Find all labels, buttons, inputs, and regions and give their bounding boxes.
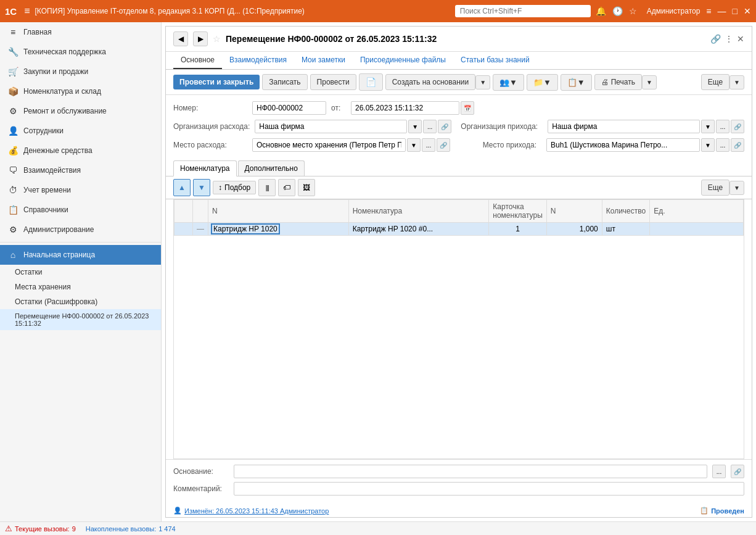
- sidebar-item-home[interactable]: ≡ Главная: [0, 22, 161, 42]
- footer-change-info: 👤 Изменён: 26.05.2023 15:11:43 Администр…: [173, 507, 329, 515]
- sidebar-nav-mesta[interactable]: Места хранения: [0, 280, 161, 294]
- org-income-dropdown[interactable]: ▼: [701, 120, 715, 133]
- table-row[interactable]: — Картридж HP 1020 Картридж HP 1020 #0..…: [175, 223, 744, 236]
- maximize-icon[interactable]: □: [733, 6, 738, 16]
- sidebar-nav-label: Остатки: [15, 268, 43, 276]
- sidebar-item-references[interactable]: 📋 Справочники: [0, 200, 161, 220]
- place-expense-input[interactable]: [252, 138, 406, 152]
- table-more-button[interactable]: Еще: [701, 180, 729, 196]
- col-header-desc[interactable]: Ед.: [650, 200, 744, 223]
- tab-files[interactable]: Присоединенные файлы: [353, 52, 453, 69]
- print-dropdown[interactable]: ▼: [642, 75, 657, 89]
- sidebar-nav-ostatki-ras[interactable]: Остатки (Расшифровка): [0, 294, 161, 309]
- col-header-n[interactable]: Карточка номенклатуры: [489, 200, 546, 223]
- sidebar-item-interactions[interactable]: 🗨 Взаимодействия: [0, 160, 161, 180]
- sidebar-item-support[interactable]: 🔧 Техническая поддержка: [0, 42, 161, 62]
- print-button[interactable]: 🖨Печать: [594, 74, 642, 90]
- link-icon[interactable]: 🔗: [710, 34, 721, 44]
- minimize-icon[interactable]: —: [718, 6, 726, 16]
- sidebar-nav-start-page[interactable]: ⌂ Начальная страница: [0, 245, 161, 265]
- sidebar-nav-ostatki[interactable]: Остатки: [0, 265, 161, 280]
- org-expense-dots[interactable]: ...: [423, 120, 437, 133]
- sidebar-item-admin[interactable]: ⚙ Администрирование: [0, 220, 161, 239]
- comment-input[interactable]: [234, 482, 744, 496]
- tab-interactions[interactable]: Взаимодействия: [222, 52, 294, 69]
- basis-link[interactable]: 🔗: [731, 465, 744, 478]
- org-income-input[interactable]: [548, 120, 700, 133]
- place-income-input[interactable]: [546, 138, 700, 152]
- col-header-unit[interactable]: Количество: [602, 200, 649, 223]
- search-input[interactable]: [455, 5, 591, 17]
- select-button[interactable]: ↕ Подбор: [213, 181, 256, 194]
- save-button[interactable]: Записать: [262, 74, 307, 90]
- history-icon[interactable]: 🕐: [612, 6, 623, 16]
- nav-back-button[interactable]: ◀: [173, 31, 188, 46]
- time-icon: ⏱: [7, 185, 18, 196]
- place-income-dots[interactable]: ...: [716, 138, 729, 152]
- create-based-dropdown[interactable]: ▼: [475, 75, 490, 89]
- date-input[interactable]: [351, 101, 459, 115]
- sidebar-item-money[interactable]: 💰 Денежные средства: [0, 141, 161, 160]
- org-income-dots[interactable]: ...: [716, 120, 729, 133]
- status-warning-icon: ⚠: [5, 524, 12, 533]
- basis-dots[interactable]: ...: [712, 465, 726, 478]
- move-up-button[interactable]: ▲: [173, 179, 191, 196]
- org-expense-link[interactable]: 🔗: [438, 120, 451, 133]
- col-header-nomenclature[interactable]: N: [208, 200, 349, 223]
- calendar-icon[interactable]: 📅: [461, 101, 474, 115]
- inner-tab-additionally[interactable]: Дополнительно: [238, 160, 305, 176]
- place-expense-link[interactable]: 🔗: [437, 138, 450, 152]
- basis-input[interactable]: [234, 465, 707, 478]
- bookmark-icon[interactable]: ☆: [213, 34, 221, 44]
- tag-button[interactable]: 🏷: [278, 179, 295, 196]
- group-btn-1[interactable]: 👥▼: [493, 74, 524, 91]
- sidebar-item-purchases[interactable]: 🛒 Закупки и продажи: [0, 62, 161, 81]
- close-icon[interactable]: ✕: [744, 6, 751, 16]
- tab-notes[interactable]: Мои заметки: [294, 52, 353, 69]
- org-expense-dropdown[interactable]: ▼: [408, 120, 422, 133]
- barcode-button[interactable]: |||: [258, 179, 276, 196]
- row-nomenclature[interactable]: Картридж HP 1020: [208, 223, 349, 236]
- tab-main[interactable]: Основное: [173, 52, 222, 69]
- sidebar-item-nomenclature[interactable]: 📦 Номенклатура и склад: [0, 81, 161, 101]
- place-expense-dropdown[interactable]: ▼: [407, 138, 421, 152]
- group-btn-2[interactable]: 📁▼: [527, 74, 558, 91]
- create-based-button[interactable]: Создать на основании: [385, 74, 476, 90]
- row-card: Картридж HP 1020 #0...: [348, 223, 489, 236]
- nav-forward-button[interactable]: ▶: [193, 31, 208, 46]
- move-down-button[interactable]: ▼: [193, 179, 210, 196]
- sidebar-item-repair[interactable]: ⚙ Ремонт и обслуживание: [0, 101, 161, 121]
- place-income-dropdown[interactable]: ▼: [701, 138, 715, 152]
- img-button[interactable]: 🖼: [298, 179, 315, 196]
- admin-icon: ⚙: [7, 224, 18, 235]
- more-dropdown[interactable]: ▼: [729, 75, 744, 89]
- footer-change-link[interactable]: Изменён: 26.05.2023 15:11:43 Администрат…: [184, 507, 329, 515]
- data-table: N Номенклатура Карточка номенклатуры N К…: [174, 199, 744, 236]
- sidebar-nav-current-doc[interactable]: Перемещение НФ00-000002 от 26.05.2023 15…: [0, 309, 161, 330]
- settings-icon[interactable]: ≡: [706, 6, 711, 16]
- number-input[interactable]: [252, 101, 326, 115]
- doc-close-icon[interactable]: ✕: [737, 34, 744, 44]
- star-icon[interactable]: ☆: [629, 6, 637, 16]
- inner-tab-nomenclature[interactable]: Номенклатура: [173, 160, 237, 176]
- doc-icon-button[interactable]: 📄: [359, 73, 383, 91]
- bell-icon[interactable]: 🔔: [596, 6, 606, 16]
- col-header-card[interactable]: Номенклатура: [348, 200, 489, 223]
- place-expense-dots[interactable]: ...: [422, 138, 435, 152]
- sidebar-item-employees[interactable]: 👤 Сотрудники: [0, 121, 161, 141]
- comment-label: Комментарий:: [173, 484, 229, 493]
- table-scroll[interactable]: N Номенклатура Карточка номенклатуры N К…: [173, 199, 744, 459]
- sidebar-item-time[interactable]: ⏱ Учет времени: [0, 180, 161, 200]
- place-income-link[interactable]: 🔗: [731, 138, 744, 152]
- more-button[interactable]: Еще: [701, 74, 729, 90]
- table-more-dropdown[interactable]: ▼: [729, 181, 744, 195]
- post-close-button[interactable]: Провести и закрыть: [173, 75, 260, 89]
- post-button[interactable]: Провести: [310, 74, 356, 90]
- group-btn-3[interactable]: 📋▼: [561, 74, 592, 91]
- org-expense-input[interactable]: [255, 120, 407, 133]
- tab-knowledge[interactable]: Статьи базы знаний: [453, 52, 537, 69]
- more-icon[interactable]: ⋮: [725, 34, 733, 44]
- org-income-link[interactable]: 🔗: [731, 120, 744, 133]
- hamburger-icon[interactable]: ≡: [24, 6, 30, 17]
- col-header-qty[interactable]: N: [546, 200, 602, 223]
